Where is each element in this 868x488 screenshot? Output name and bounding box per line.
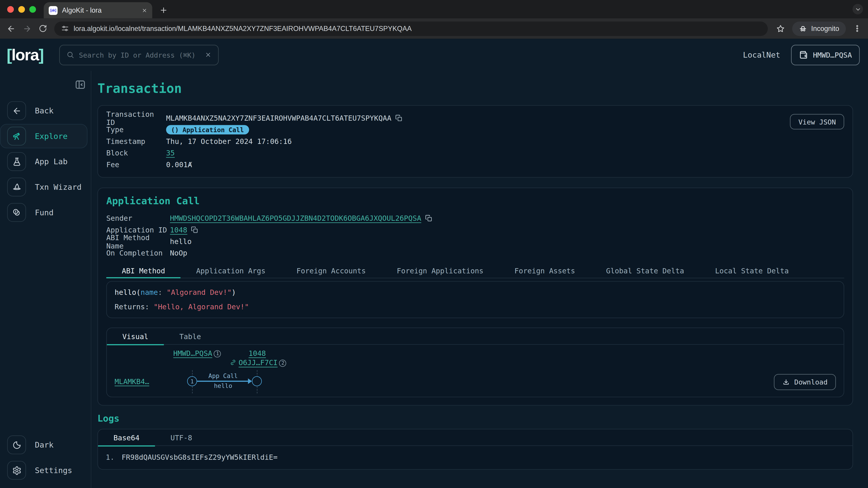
browser-tab[interactable]: [ak] AlgoKit - lora bbox=[43, 2, 152, 18]
tab-strip: [ak] AlgoKit - lora bbox=[0, 0, 868, 18]
app-header: [ lora ] LocalNet HMWD…PQSA bbox=[0, 39, 868, 71]
sidebar-item-txn-wizard[interactable]: Txn Wizard bbox=[0, 175, 91, 199]
graph-arrowhead bbox=[248, 379, 252, 384]
on-completion-value: NoOp bbox=[170, 249, 187, 257]
tab-abi-method[interactable]: ABI Method bbox=[106, 264, 181, 278]
account-number-badge: 1 bbox=[214, 350, 221, 357]
sidebar-nav: Back Explore App Lab bbox=[0, 98, 91, 225]
field-label: Sender bbox=[106, 214, 170, 223]
graph-application-link[interactable]: 1048 bbox=[249, 349, 266, 357]
tab-table[interactable]: Table bbox=[164, 328, 217, 345]
theme-toggle-dark[interactable]: Dark bbox=[0, 433, 91, 457]
sidebar-item-label: Back bbox=[35, 106, 54, 115]
tab-favicon: [ak] bbox=[49, 6, 58, 15]
lora-logo[interactable]: [ lora ] bbox=[6, 46, 43, 64]
copy-icon[interactable] bbox=[425, 215, 432, 222]
wallet-button[interactable]: HMWD…PQSA bbox=[791, 44, 860, 65]
wallet-address: HMWD…PQSA bbox=[813, 51, 852, 59]
graph-transaction-link[interactable]: MLAMKB4… bbox=[115, 377, 149, 386]
field-label: Block bbox=[106, 149, 166, 157]
sidebar-item-fund[interactable]: Fund bbox=[0, 200, 91, 225]
new-tab-icon[interactable] bbox=[159, 6, 168, 14]
logo-bracket-close: ] bbox=[39, 46, 43, 64]
close-window-button[interactable] bbox=[7, 6, 14, 12]
tab-close-icon[interactable] bbox=[142, 7, 147, 13]
sidebar-item-label: Settings bbox=[35, 466, 72, 475]
page-title: Transaction bbox=[97, 82, 853, 95]
graph-node-sender[interactable]: 1 bbox=[187, 376, 197, 386]
address-bar[interactable]: lora.algokit.io/localnet/transaction/MLA… bbox=[54, 21, 768, 36]
bookmark-star-icon[interactable] bbox=[776, 24, 785, 33]
fee-value: 0.001 bbox=[166, 160, 188, 169]
sidebar-item-label: App Lab bbox=[35, 157, 68, 166]
gear-icon bbox=[7, 461, 26, 480]
tab-application-args[interactable]: Application Args bbox=[181, 264, 281, 278]
logs-card: Base64 UTF-8 1. FR98dQAUSGVsbG8sIEFsZ29y… bbox=[97, 429, 853, 470]
tab-visual[interactable]: Visual bbox=[107, 328, 164, 345]
sender-link[interactable]: HMWDSHQCOPD2T36WBAHLAZ6PO5GDJJZBN4D2TODK… bbox=[170, 214, 421, 223]
sidebar-item-app-lab[interactable]: App Lab bbox=[0, 149, 91, 174]
tab-local-state-delta[interactable]: Local State Delta bbox=[700, 264, 804, 278]
sidebar-item-explore[interactable]: Explore bbox=[0, 124, 88, 149]
code-close-paren: ) bbox=[232, 288, 236, 297]
copy-icon[interactable] bbox=[191, 226, 198, 234]
tab-utf8[interactable]: UTF-8 bbox=[155, 429, 208, 446]
search-clear-icon[interactable] bbox=[205, 52, 211, 58]
tab-foreign-accounts[interactable]: Foreign Accounts bbox=[281, 264, 381, 278]
field-label: Timestamp bbox=[106, 137, 166, 145]
sidebar: Back Explore App Lab bbox=[0, 71, 91, 488]
download-label: Download bbox=[794, 378, 828, 386]
abi-signature: hello(name: "Algorand Dev!") bbox=[115, 288, 836, 297]
search-bar[interactable] bbox=[59, 44, 218, 65]
view-json-button[interactable]: View JSON bbox=[790, 114, 844, 129]
forward-icon[interactable] bbox=[23, 24, 31, 33]
search-input[interactable] bbox=[79, 51, 199, 59]
code-function: hello( bbox=[115, 288, 141, 297]
graph-app-account-link[interactable]: O6JJ…F7CI bbox=[239, 359, 278, 367]
algo-symbol: Ⱥ bbox=[188, 160, 192, 169]
code-colon: : bbox=[158, 288, 166, 297]
sidebar-item-settings[interactable]: Settings bbox=[0, 458, 91, 483]
minimize-window-button[interactable] bbox=[18, 6, 25, 12]
incognito-icon bbox=[799, 24, 807, 33]
tab-global-state-delta[interactable]: Global State Delta bbox=[591, 264, 700, 278]
graph-node-application[interactable] bbox=[252, 376, 262, 386]
returns-label: Returns: bbox=[115, 303, 154, 311]
graph-account-link[interactable]: HMWD…PQSA bbox=[174, 349, 213, 357]
tab-foreign-applications[interactable]: Foreign Applications bbox=[381, 264, 499, 278]
field-label: Type bbox=[106, 126, 166, 134]
transaction-graph: HMWD…PQSA1 1048 O6JJ…F7CI2 bbox=[107, 345, 844, 397]
network-label[interactable]: LocalNet bbox=[743, 51, 780, 59]
logs-tabs: Base64 UTF-8 bbox=[98, 429, 852, 446]
field-label: Fee bbox=[106, 160, 166, 169]
site-settings-icon[interactable] bbox=[61, 25, 69, 32]
visual-card: Visual Table HMWD…PQSA1 1048 bbox=[106, 328, 844, 397]
field-label: On Completion bbox=[106, 249, 170, 257]
tab-foreign-assets[interactable]: Foreign Assets bbox=[499, 264, 590, 278]
transaction-type-badge: () Application Call bbox=[166, 125, 249, 134]
block-link[interactable]: 35 bbox=[166, 149, 175, 157]
copy-icon[interactable] bbox=[395, 115, 403, 122]
download-button[interactable]: Download bbox=[774, 374, 836, 390]
browser-menu-icon[interactable] bbox=[853, 24, 862, 33]
zoom-window-button[interactable] bbox=[29, 6, 36, 12]
telescope-icon bbox=[7, 127, 26, 145]
app-account-number-badge: 2 bbox=[279, 359, 286, 367]
tab-search-icon[interactable] bbox=[852, 4, 863, 14]
log-index: 1. bbox=[106, 453, 114, 462]
sidebar-item-back[interactable]: Back bbox=[0, 98, 91, 123]
sidebar-collapse-icon[interactable] bbox=[75, 79, 86, 90]
wizard-hat-icon bbox=[7, 177, 26, 196]
edge-label-type: App Call bbox=[203, 372, 243, 380]
incognito-label: Incognito bbox=[811, 25, 839, 32]
app-call-tabs: ABI Method Application Args Foreign Acco… bbox=[106, 264, 844, 278]
incognito-badge: Incognito bbox=[792, 21, 846, 36]
tab-base64[interactable]: Base64 bbox=[98, 429, 155, 446]
sidebar-item-label: Dark bbox=[35, 440, 54, 449]
flask-icon bbox=[7, 152, 26, 171]
sidebar-footer: Dark Settings bbox=[0, 433, 91, 482]
application-id-link[interactable]: 1048 bbox=[170, 226, 187, 234]
window-controls bbox=[0, 0, 43, 18]
reload-icon[interactable] bbox=[39, 24, 47, 33]
back-icon[interactable] bbox=[6, 24, 16, 33]
